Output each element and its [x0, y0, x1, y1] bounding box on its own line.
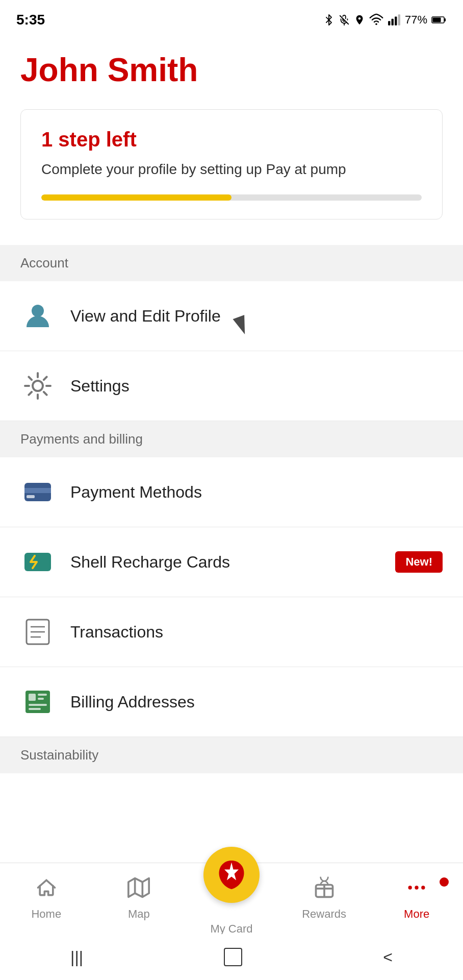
- menu-item-shell-recharge-cards[interactable]: Shell Recharge Cards New!: [0, 527, 463, 597]
- svg-point-30: [408, 886, 412, 889]
- nav-label-my-card: My Card: [210, 922, 252, 936]
- main-content: John Smith 1 step left Complete your pro…: [0, 36, 463, 219]
- svg-point-11: [33, 381, 43, 391]
- map-icon: [127, 876, 150, 903]
- sustainability-section-header: Sustainability: [0, 737, 463, 773]
- progress-bar-fill: [41, 194, 232, 201]
- credit-card-icon: [20, 475, 55, 509]
- signal-icon: [388, 13, 401, 27]
- steps-left-text: 1 step left: [41, 128, 422, 151]
- battery-icon: [431, 13, 447, 27]
- progress-bar-container: [41, 194, 422, 201]
- status-time: 5:35: [16, 12, 45, 28]
- status-bar: 5:35 77%: [0, 0, 463, 36]
- person-icon: [20, 299, 55, 333]
- svg-rect-21: [29, 694, 36, 701]
- location-icon: [354, 13, 365, 27]
- nav-item-more[interactable]: More: [370, 876, 463, 921]
- menu-item-settings[interactable]: Settings: [0, 351, 463, 421]
- svg-rect-5: [395, 17, 397, 26]
- nav-item-rewards[interactable]: Rewards: [278, 876, 371, 921]
- system-home-button[interactable]: [224, 948, 242, 966]
- shell-fab-button[interactable]: [203, 847, 260, 903]
- nav-item-map[interactable]: Map: [93, 876, 186, 921]
- wifi-icon: [369, 13, 383, 27]
- payments-section-header: Payments and billing: [0, 421, 463, 457]
- rewards-icon: [313, 876, 336, 903]
- menu-item-payment-methods[interactable]: Payment Methods: [0, 457, 463, 527]
- menu-label-shell-recharge-cards: Shell Recharge Cards: [70, 553, 230, 572]
- more-dot-badge: [440, 877, 449, 887]
- home-icon: [35, 876, 58, 903]
- billing-icon: [20, 684, 55, 719]
- system-back-button[interactable]: <: [383, 948, 393, 967]
- battery-text: 77%: [405, 13, 427, 27]
- menu-label-payment-methods: Payment Methods: [70, 483, 202, 502]
- svg-rect-25: [29, 708, 41, 710]
- new-badge: New!: [395, 551, 443, 573]
- account-section-header: Account: [0, 245, 463, 281]
- svg-rect-13: [24, 488, 51, 493]
- svg-point-31: [415, 886, 419, 889]
- mute-icon: [339, 13, 350, 27]
- svg-rect-3: [388, 21, 390, 26]
- nav-item-home[interactable]: Home: [0, 876, 93, 921]
- user-name: John Smith: [20, 51, 443, 89]
- bluetooth-icon: [323, 13, 335, 27]
- profile-completion-card[interactable]: 1 step left Complete your profile by set…: [20, 109, 443, 219]
- svg-marker-26: [128, 878, 149, 897]
- svg-rect-9: [433, 18, 441, 22]
- svg-rect-22: [38, 694, 47, 696]
- svg-rect-4: [392, 19, 394, 26]
- svg-rect-24: [29, 704, 47, 706]
- svg-point-10: [32, 305, 44, 317]
- menu-item-billing-addresses[interactable]: Billing Addresses: [0, 667, 463, 737]
- bottom-nav: Home Map My Card: [0, 863, 463, 934]
- status-icons: 77%: [323, 13, 447, 27]
- nav-label-more: More: [404, 908, 429, 921]
- system-menu-button[interactable]: |||: [70, 948, 83, 967]
- transactions-icon: [20, 615, 55, 649]
- svg-rect-14: [27, 495, 35, 498]
- menu-label-transactions: Transactions: [70, 623, 163, 642]
- svg-point-2: [375, 23, 377, 25]
- nav-label-rewards: Rewards: [302, 908, 346, 921]
- menu-label-view-edit-profile: View and Edit Profile: [70, 307, 221, 326]
- menu-item-transactions[interactable]: Transactions: [0, 597, 463, 667]
- svg-rect-6: [398, 14, 400, 26]
- nav-label-map: Map: [128, 908, 150, 921]
- nav-label-home: Home: [31, 908, 61, 921]
- menu-label-settings: Settings: [70, 377, 130, 396]
- settings-icon: [20, 369, 55, 403]
- svg-point-1: [358, 17, 361, 20]
- more-icon: [405, 876, 428, 903]
- recharge-icon: [20, 545, 55, 579]
- svg-rect-23: [38, 698, 44, 700]
- menu-label-billing-addresses: Billing Addresses: [70, 693, 195, 712]
- steps-description: Complete your profile by setting up Pay …: [41, 159, 422, 179]
- svg-rect-8: [444, 18, 446, 21]
- svg-point-32: [421, 886, 425, 889]
- system-nav-bar: ||| <: [0, 934, 463, 980]
- nav-item-my-card[interactable]: My Card: [185, 847, 278, 936]
- menu-item-view-edit-profile[interactable]: View and Edit Profile: [0, 281, 463, 351]
